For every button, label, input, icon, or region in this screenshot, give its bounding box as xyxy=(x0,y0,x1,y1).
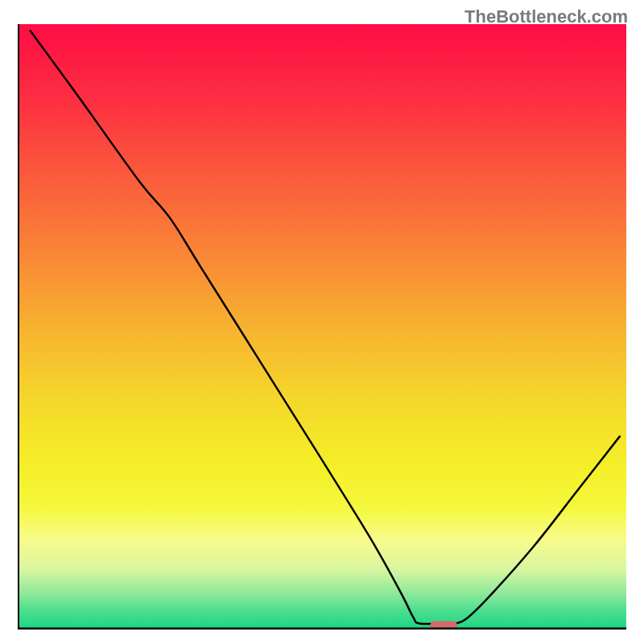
chart-container xyxy=(18,24,626,630)
chart-svg xyxy=(18,24,626,630)
watermark-text: TheBottleneck.com xyxy=(464,6,628,27)
chart-background xyxy=(18,24,626,630)
plot-area xyxy=(18,24,626,630)
